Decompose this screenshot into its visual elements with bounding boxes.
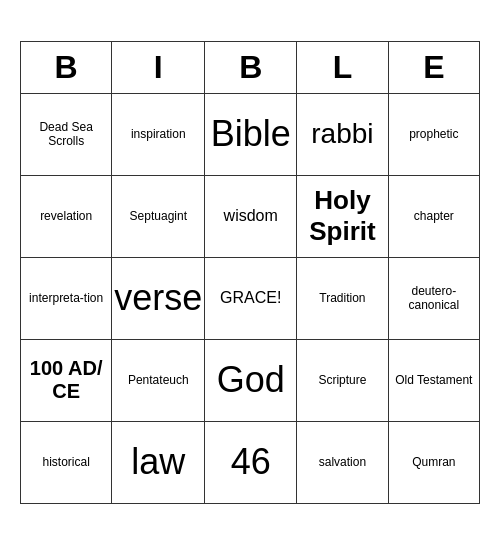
row-4: historicallaw46salvationQumran (21, 421, 480, 503)
header-row: B I B L E (21, 41, 480, 93)
cell-1-3: Holy Spirit (297, 175, 389, 257)
cell-4-3: salvation (297, 421, 389, 503)
cell-1-1: Septuagint (112, 175, 205, 257)
cell-1-4: chapter (388, 175, 479, 257)
cell-1-0: revelation (21, 175, 112, 257)
cell-3-4: Old Testament (388, 339, 479, 421)
header-l: L (297, 41, 389, 93)
cell-2-1: verse (112, 257, 205, 339)
cell-2-3: Tradition (297, 257, 389, 339)
cell-2-2: GRACE! (205, 257, 297, 339)
header-b1: B (21, 41, 112, 93)
cell-4-0: historical (21, 421, 112, 503)
cell-4-2: 46 (205, 421, 297, 503)
cell-2-4: deutero-canonical (388, 257, 479, 339)
header-i: I (112, 41, 205, 93)
cell-3-2: God (205, 339, 297, 421)
cell-1-2: wisdom (205, 175, 297, 257)
cell-0-4: prophetic (388, 93, 479, 175)
bingo-body: Dead Sea ScrollsinspirationBiblerabbipro… (21, 93, 480, 503)
cell-4-4: Qumran (388, 421, 479, 503)
header-e: E (388, 41, 479, 93)
bingo-card: B I B L E Dead Sea ScrollsinspirationBib… (20, 41, 480, 504)
cell-0-3: rabbi (297, 93, 389, 175)
cell-3-3: Scripture (297, 339, 389, 421)
row-2: interpreta-tionverseGRACE!Traditiondeute… (21, 257, 480, 339)
row-1: revelationSeptuagintwisdomHoly Spiritcha… (21, 175, 480, 257)
cell-0-0: Dead Sea Scrolls (21, 93, 112, 175)
cell-3-0: 100 AD/ CE (21, 339, 112, 421)
cell-4-1: law (112, 421, 205, 503)
cell-0-2: Bible (205, 93, 297, 175)
cell-0-1: inspiration (112, 93, 205, 175)
row-0: Dead Sea ScrollsinspirationBiblerabbipro… (21, 93, 480, 175)
header-b2: B (205, 41, 297, 93)
row-3: 100 AD/ CEPentateuchGodScriptureOld Test… (21, 339, 480, 421)
cell-2-0: interpreta-tion (21, 257, 112, 339)
cell-3-1: Pentateuch (112, 339, 205, 421)
